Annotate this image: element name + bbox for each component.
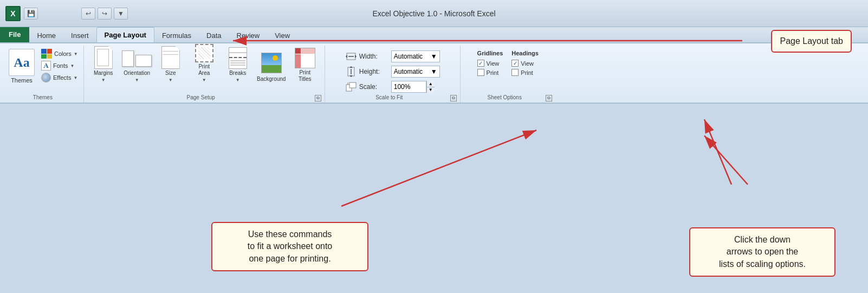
svg-line-14	[704, 119, 731, 184]
ribbon-tabs: File Home Insert Page Layout Formulas Da…	[0, 27, 868, 43]
print-area-arrow: ▼	[202, 78, 206, 82]
margins-label: Margins	[94, 70, 113, 77]
height-dropdown-arrow: ▼	[431, 68, 437, 75]
tab-page-layout[interactable]: Page Layout	[96, 27, 154, 42]
scale-row: Scale: 100% ▲ ▼	[345, 80, 435, 93]
effects-icon	[41, 73, 51, 82]
background-label: Background	[257, 76, 286, 82]
gridlines-view-row: View	[477, 59, 503, 68]
size-button[interactable]: Size ▼	[154, 47, 187, 84]
fonts-label: Fonts	[53, 62, 68, 69]
effects-label: Effects	[53, 74, 71, 81]
scale-spin-down[interactable]: ▼	[427, 87, 435, 93]
breaks-label: Breaks	[229, 70, 246, 77]
print-titles-icon	[294, 48, 316, 68]
scale-spinbox-container: 100% ▲ ▼	[391, 81, 435, 93]
headings-view-row: View	[511, 59, 539, 68]
scale-icon	[345, 81, 357, 93]
title-bar: X 💾 ↩ ↪ ▼ Excel Objective 1.0 - Microsof…	[0, 0, 868, 27]
ribbon-group-page-setup: Margins ▼ Orientation ▼	[84, 46, 325, 103]
svg-rect-9	[349, 82, 356, 88]
width-label: Width:	[359, 53, 389, 60]
scale-label: Scale:	[359, 83, 389, 91]
orientation-label: Orientation	[124, 70, 150, 77]
save-button[interactable]: 💾	[24, 8, 38, 20]
tab-insert[interactable]: Insert	[63, 28, 96, 42]
ribbon-group-scale-to-fit: Width: Automatic ▼ Height:	[325, 46, 461, 103]
fonts-button[interactable]: A Fonts ▼	[39, 60, 80, 72]
height-icon	[345, 66, 357, 78]
undo-button[interactable]: ↩	[81, 8, 95, 20]
width-row: Width: Automatic ▼	[345, 50, 440, 63]
svg-line-15	[704, 136, 748, 184]
colors-dropdown-arrow: ▼	[74, 52, 78, 56]
ribbon-group-themes: Aa Themes Colors ▼ A Fonts ▼	[2, 46, 84, 103]
background-button[interactable]: Background	[255, 47, 288, 84]
effects-button[interactable]: Effects ▼	[39, 72, 80, 84]
fonts-dropdown-arrow: ▼	[70, 63, 75, 68]
tab-formulas[interactable]: Formulas	[154, 28, 199, 42]
scale-spin-up[interactable]: ▲	[427, 81, 435, 87]
window-title: Excel Objective 1.0 - Microsoft Excel	[372, 9, 495, 18]
commands-callout: Use these commandsto fit a worksheet ont…	[211, 222, 368, 271]
headings-view-checkbox[interactable]	[511, 60, 519, 67]
print-area-button[interactable]: PrintArea ▼	[188, 47, 221, 84]
tab-home[interactable]: Home	[29, 28, 63, 42]
print-titles-button[interactable]: PrintTitles	[289, 47, 321, 84]
print-titles-label: PrintTitles	[299, 69, 312, 82]
headings-print-label: Print	[521, 69, 533, 76]
scale-spin-arrows: ▲ ▼	[426, 81, 435, 93]
gridlines-print-row: Print	[477, 68, 503, 77]
print-area-icon	[193, 44, 215, 62]
colors-label: Colors	[54, 50, 72, 57]
background-icon	[261, 51, 282, 75]
height-dropdown[interactable]: Automatic ▼	[391, 66, 440, 78]
themes-group-content: Aa Themes Colors ▼ A Fonts ▼	[5, 47, 80, 93]
size-label: Size	[165, 70, 176, 77]
quick-access-toolbar: ↩ ↪ ▼	[81, 8, 128, 20]
colors-icon	[41, 49, 52, 59]
width-dropdown[interactable]: Automatic ▼	[391, 50, 440, 62]
size-arrow: ▼	[169, 78, 173, 82]
width-value: Automatic	[394, 53, 423, 60]
title-bar-left: X 💾 ↩ ↪ ▼	[5, 6, 38, 21]
headings-header: Headings	[511, 50, 539, 56]
themes-sub-buttons: Colors ▼ A Fonts ▼ Effects ▼	[39, 47, 80, 84]
gridlines-print-checkbox[interactable]	[477, 69, 484, 76]
scale-to-fit-label: Scale to Fit	[328, 93, 450, 103]
sheet-options-footer: Sheet Options ⧉	[464, 93, 552, 103]
sheet-options-expand-button[interactable]: ⧉	[546, 95, 552, 101]
size-icon	[160, 46, 182, 69]
tab-review[interactable]: Review	[229, 28, 268, 42]
page-setup-expand-button[interactable]: ⧉	[315, 95, 321, 101]
orientation-icon	[126, 48, 148, 69]
margins-button[interactable]: Margins ▼	[87, 47, 120, 84]
orientation-button[interactable]: Orientation ▼	[121, 47, 153, 84]
gridlines-column: Gridlines View Print	[477, 50, 503, 77]
scaling-callout: Click the downarrows to open thelists of…	[689, 227, 835, 277]
scale-value: 100%	[394, 83, 411, 91]
sheet-options-content: Gridlines View Print Headings View	[477, 47, 539, 93]
headings-column: Headings View Print	[511, 50, 539, 77]
excel-logo-icon: X	[5, 6, 21, 21]
themes-group-label: Themes	[5, 93, 80, 103]
breaks-button[interactable]: Breaks ▼	[222, 47, 254, 84]
ribbon-body: Aa Themes Colors ▼ A Fonts ▼	[0, 43, 868, 104]
breaks-arrow: ▼	[236, 78, 240, 82]
redo-button[interactable]: ↪	[98, 8, 112, 20]
margins-icon	[93, 46, 114, 69]
tab-file[interactable]: File	[0, 26, 29, 42]
height-value: Automatic	[394, 68, 423, 75]
tab-data[interactable]: Data	[199, 28, 229, 42]
scale-spinbox[interactable]: 100%	[391, 81, 426, 93]
themes-button[interactable]: Aa Themes	[5, 47, 38, 84]
headings-print-checkbox[interactable]	[511, 69, 519, 76]
colors-button[interactable]: Colors ▼	[39, 48, 80, 60]
scale-expand-button[interactable]: ⧉	[450, 95, 457, 101]
scale-group-footer: Scale to Fit ⧉	[328, 93, 457, 103]
gridlines-view-checkbox[interactable]	[477, 60, 484, 67]
tab-view[interactable]: View	[267, 28, 297, 42]
themes-btn-label: Themes	[11, 77, 33, 84]
customize-qat-button[interactable]: ▼	[114, 8, 128, 20]
ribbon-group-sheet-options: Gridlines View Print Headings View	[461, 46, 555, 103]
